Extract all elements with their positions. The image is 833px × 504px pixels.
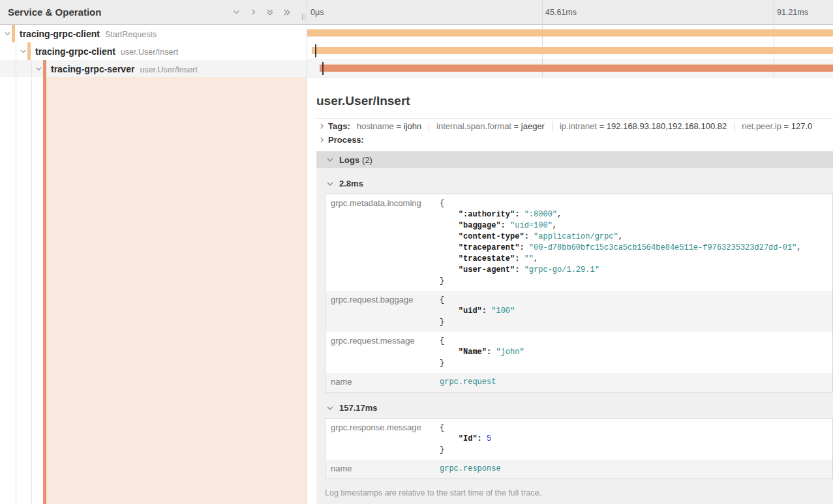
chevron-right-icon[interactable] [316,123,327,129]
chevron-down-icon[interactable] [325,181,335,187]
chevron-right-icon[interactable] [316,137,327,143]
timeline-row [307,25,833,42]
log-field-value: grpc.response [440,460,832,479]
double-chevron-down-icon[interactable] [265,7,275,18]
timeline-row [307,42,833,60]
timeline-rows [307,25,833,80]
tags-row[interactable]: Tags: hostname = ijohninternal.span.form… [316,121,833,132]
log-marker-tick[interactable] [322,62,324,75]
logs-footer-note: Log timestamps are relative to the start… [325,488,833,504]
log-marker-tick[interactable] [315,44,316,57]
ruler-gridline [774,0,774,25]
tag-item: hostname = ijohn [357,121,421,131]
log-field-row: namegrpc.response [326,460,832,479]
log-field-value: { "uid": "100" } [440,291,832,332]
span-tree-row[interactable]: tracing-grpc-clientuser.User/Insert [0,42,307,60]
log-timestamp: 2.8ms [339,179,363,188]
span-tree-row[interactable]: tracing-grpc-clientStartRequests [0,25,307,42]
span-name-label[interactable]: tracing-grpc-clientuser.User/Insert [35,46,178,57]
indent-guide [31,77,32,504]
log-fields-table: grpc.response.message{ "Id": 5 }namegrpc… [325,418,833,479]
tag-item: internal.span.format = jaeger [436,121,545,131]
log-field-key: name [326,373,440,392]
trace-timeline-view: Service & Operation tracing-grpc-clientS… [0,0,833,504]
indent-guide [31,60,32,78]
process-label[interactable]: Process: [328,135,364,145]
log-field-row: grpc.metadata.incoming{ ":authority": ":… [326,194,832,291]
chevron-right-icon[interactable] [248,7,258,18]
log-field-value: { "Name": "john" } [440,332,832,373]
service-name: tracing-grpc-client [20,29,100,39]
tag-separator [552,122,553,132]
log-field-row: grpc.request.message{ "Name": "john" } [326,332,832,373]
service-operation-header: Service & Operation [0,0,307,25]
span-duration-bar[interactable] [320,65,833,72]
service-name: tracing-grpc-server [51,64,134,74]
log-timestamp: 157.17ms [339,403,378,413]
span-color-accent [12,25,15,42]
service-operation-title: Service & Operation [8,7,231,18]
chevron-down-icon[interactable] [18,47,27,56]
log-field-key: grpc.request.message [326,332,440,373]
tags-items: hostname = ijohninternal.span.format = j… [357,121,813,132]
chevron-down-icon[interactable] [34,65,43,74]
tag-value: jaeger [521,121,545,131]
span-tree-panel: Service & Operation tracing-grpc-clientS… [0,0,307,504]
tag-separator [429,122,429,132]
tag-item: ip.intranet = 192.168.93.180,192.168.100… [560,121,727,131]
log-field-key: name [326,460,440,479]
span-tree-rows: tracing-grpc-clientStartRequeststracing-… [0,25,307,78]
ruler-tick-label: 0μs [310,0,324,25]
column-resizer-grip[interactable] [302,14,305,20]
span-name-label[interactable]: tracing-grpc-serveruser.User/Insert [51,64,198,74]
indent-guide [16,42,16,60]
timeline-ruler: 0μs45.61ms91.21ms [307,0,833,25]
indent-guide [16,60,16,78]
chevron-down-icon[interactable] [325,156,335,163]
timeline-panel: 0μs45.61ms91.21ms user.User/Insert Tags:… [307,0,833,504]
indent-guide [16,77,16,504]
chevron-down-icon[interactable] [231,7,241,18]
tag-value: ijohn [404,121,421,131]
log-entry-header[interactable]: 2.8ms [325,179,833,188]
span-detail-title: user.User/Insert [316,94,833,108]
log-field-row: grpc.request.baggage{ "uid": "100" } [326,291,832,332]
log-field-value: { ":authority": ":8000", "baggage": "uid… [440,194,832,291]
log-field-key: grpc.response.message [326,419,440,460]
logs-count: (2) [362,155,372,165]
log-fields-table: grpc.metadata.incoming{ ":authority": ":… [325,194,833,393]
tags-label[interactable]: Tags: [328,121,350,131]
logs-section: Logs (2) 2.8msgrpc.metadata.incoming{ ":… [316,151,833,504]
double-chevron-right-icon[interactable] [282,7,292,18]
tag-separator [734,122,735,132]
operation-name: user.User/Insert [140,65,197,74]
tree-controls [231,7,292,18]
span-name-label[interactable]: tracing-grpc-clientStartRequests [20,29,157,39]
ruler-gridline [542,0,543,25]
log-field-value: { "Id": 5 } [440,419,832,460]
log-field-row: namegrpc.request [326,373,832,392]
logs-accordion-header[interactable]: Logs (2) [316,151,833,168]
process-row[interactable]: Process: [316,134,833,146]
log-field-value: grpc.request [440,373,832,392]
span-tree-row[interactable]: tracing-grpc-serveruser.User/Insert [0,60,307,78]
chevron-down-icon[interactable] [3,29,12,38]
span-duration-bar[interactable] [307,29,833,37]
span-color-accent [27,42,31,60]
chevron-down-icon[interactable] [325,405,335,411]
logs-label: Logs [339,155,359,165]
detail-divider [316,118,833,119]
ruler-tick-label: 45.61ms [545,0,577,25]
logs-entries: 2.8msgrpc.metadata.incoming{ ":authority… [325,179,833,479]
span-duration-bar[interactable] [312,47,833,54]
logs-body: 2.8msgrpc.metadata.incoming{ ":authority… [316,168,833,504]
span-detail-panel: user.User/Insert Tags: hostname = ijohni… [307,80,833,504]
operation-name: StartRequests [105,30,157,39]
log-entry-header[interactable]: 157.17ms [325,403,833,413]
service-name: tracing-grpc-client [35,46,115,57]
selected-span-left-fill [0,77,307,504]
log-field-row: grpc.response.message{ "Id": 5 } [326,419,832,460]
ruler-tick-label: 91.21ms [777,0,808,25]
log-field-key: grpc.request.baggage [326,291,440,332]
timeline-row [307,60,833,78]
